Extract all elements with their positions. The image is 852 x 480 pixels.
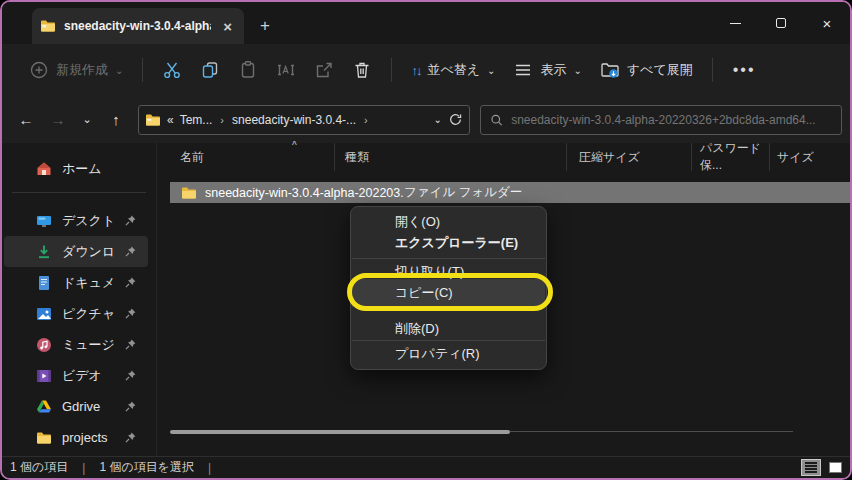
- column-header-compressed-size[interactable]: 圧縮サイズ: [567, 143, 692, 171]
- address-row: ← → ⌄ ↑ « Tem... › sneedacity-win-3.0.4-…: [2, 96, 850, 143]
- view-toggle-buttons: [801, 459, 845, 476]
- sidebar-item-projects[interactable]: projects: [4, 422, 148, 453]
- delete-button[interactable]: [343, 53, 381, 87]
- desktop-icon: [36, 213, 52, 229]
- up-button[interactable]: ↑: [100, 105, 132, 135]
- sidebar-item-gdrive[interactable]: Gdrive: [4, 391, 148, 422]
- menu-item-properties[interactable]: プロパティ(R): [351, 343, 546, 365]
- extract-all-button[interactable]: すべて展開: [591, 53, 702, 87]
- pin-icon: [125, 308, 136, 319]
- breadcrumb-parent[interactable]: Tem...: [180, 113, 213, 127]
- minimize-icon: [730, 23, 741, 24]
- sidebar-item-label: ピクチャ: [62, 305, 115, 323]
- sidebar-item-videos[interactable]: ビデオ: [4, 360, 148, 391]
- close-button[interactable]: ×: [804, 2, 850, 44]
- column-header-password[interactable]: パスワード保...: [692, 143, 770, 171]
- address-bar[interactable]: « Tem... › sneedacity-win-3.0.4-... › ⌄: [138, 105, 470, 135]
- refresh-icon[interactable]: [448, 112, 463, 127]
- toolbar-divider: [391, 58, 392, 82]
- sidebar-item-label: ドキュメント: [62, 274, 115, 292]
- selected-count: 1 個の項目を選択: [99, 459, 194, 476]
- crumb-separator-icon[interactable]: ›: [218, 114, 226, 126]
- paste-icon: [238, 60, 258, 80]
- chevron-down-icon: ⌄: [573, 65, 581, 76]
- menu-divider: [352, 340, 545, 341]
- thumbnail-view-button[interactable]: [825, 459, 845, 476]
- titlebar: sneedacity-win-3.0.4-alpha-20 × + ×: [2, 2, 850, 44]
- horizontal-scrollbar-track[interactable]: [510, 431, 793, 432]
- maximize-button[interactable]: [758, 2, 804, 44]
- forward-button[interactable]: →: [42, 105, 74, 135]
- column-header-name[interactable]: 名前 ^: [157, 143, 335, 171]
- view-lines-icon: [513, 60, 533, 80]
- sidebar-item-documents[interactable]: ドキュメント: [4, 267, 148, 298]
- column-header-type[interactable]: 種類: [335, 143, 567, 171]
- horizontal-scrollbar-thumb[interactable]: [170, 430, 510, 434]
- recent-locations-button[interactable]: ⌄: [74, 105, 100, 135]
- minimize-button[interactable]: [712, 2, 758, 44]
- sort-ascending-icon: ^: [292, 140, 297, 151]
- folder-icon: [36, 430, 52, 446]
- address-dropdown-icon[interactable]: ⌄: [434, 114, 442, 125]
- explorer-tab[interactable]: sneedacity-win-3.0.4-alpha-20 ×: [32, 8, 244, 44]
- more-options-button[interactable]: •••: [723, 61, 766, 79]
- sidebar-item-desktop[interactable]: デスクトップ: [4, 205, 148, 236]
- sidebar-item-pictures[interactable]: ピクチャ: [4, 298, 148, 329]
- menu-item-copy[interactable]: コピー(C): [351, 282, 546, 304]
- zip-folder-icon: [40, 18, 56, 34]
- breadcrumb-current[interactable]: sneedacity-win-3.0.4-...: [232, 113, 356, 127]
- tab-close-button[interactable]: ×: [219, 18, 236, 35]
- column-header-size[interactable]: サイズ: [770, 143, 850, 171]
- share-button[interactable]: [305, 53, 343, 87]
- pin-icon: [125, 339, 136, 350]
- column-label: パスワード保...: [700, 140, 769, 174]
- menu-item-cut[interactable]: 切り取り(T): [351, 261, 546, 283]
- rename-button[interactable]: [267, 53, 305, 87]
- menu-divider: [352, 258, 545, 259]
- breadcrumb-overflow[interactable]: «: [167, 113, 174, 127]
- file-row-selected[interactable]: sneedacity-win-3.0.4-alpha-202203... ファイ…: [170, 182, 850, 203]
- sort-button[interactable]: ↑↓ 並べ替え ⌄: [402, 54, 504, 86]
- details-view-icon: [805, 461, 817, 474]
- status-bar: 1 個の項目 | 1 個の項目を選択 |: [2, 456, 850, 478]
- details-view-button[interactable]: [801, 459, 821, 476]
- folder-icon: [181, 185, 197, 201]
- paste-button[interactable]: [229, 53, 267, 87]
- crumb-separator-icon[interactable]: ›: [362, 114, 370, 126]
- search-input[interactable]: [511, 113, 832, 127]
- command-toolbar: 新規作成 ⌄ ↑↓ 並べ替え ⌄ 表示 ⌄: [2, 44, 850, 96]
- chevron-down-icon: ⌄: [487, 65, 495, 76]
- search-box[interactable]: [480, 105, 842, 135]
- plus-circle-icon: [29, 60, 49, 80]
- menu-item-open[interactable]: 開く(O): [351, 211, 546, 233]
- explorer-window: sneedacity-win-3.0.4-alpha-20 × + × 新規作成…: [0, 0, 852, 480]
- menu-item-explorer[interactable]: エクスプローラー(E): [351, 232, 546, 254]
- navigation-sidebar: ホーム デスクトップ ダウンロード ドキュメント ピクチャ: [2, 143, 156, 456]
- back-button[interactable]: ←: [10, 105, 42, 135]
- sidebar-item-music[interactable]: ミュージック: [4, 329, 148, 360]
- trash-icon: [352, 60, 372, 80]
- extract-folder-icon: [600, 60, 620, 80]
- copy-button[interactable]: [191, 53, 229, 87]
- toolbar-divider: [712, 58, 713, 82]
- thumbnail-view-icon: [829, 462, 842, 473]
- new-button[interactable]: 新規作成 ⌄: [20, 53, 132, 87]
- cut-button[interactable]: [153, 53, 191, 87]
- column-label: 名前: [180, 149, 204, 166]
- menu-item-delete[interactable]: 削除(D): [351, 318, 546, 340]
- pin-icon: [125, 215, 136, 226]
- home-icon: [36, 161, 52, 177]
- new-tab-button[interactable]: +: [260, 16, 270, 36]
- copy-icon: [200, 60, 220, 80]
- cut-icon: [162, 60, 182, 80]
- sidebar-item-label: Gdrive: [62, 399, 115, 414]
- file-type: ファイル フォルダー: [404, 184, 522, 201]
- sidebar-item-downloads[interactable]: ダウンロード: [4, 236, 148, 267]
- sidebar-divider: [12, 192, 146, 193]
- item-count: 1 個の項目: [10, 459, 68, 476]
- pictures-icon: [36, 306, 52, 322]
- view-button[interactable]: 表示 ⌄: [504, 53, 590, 87]
- pin-icon: [125, 277, 136, 288]
- pin-icon: [125, 370, 136, 381]
- sidebar-item-home[interactable]: ホーム: [4, 153, 148, 184]
